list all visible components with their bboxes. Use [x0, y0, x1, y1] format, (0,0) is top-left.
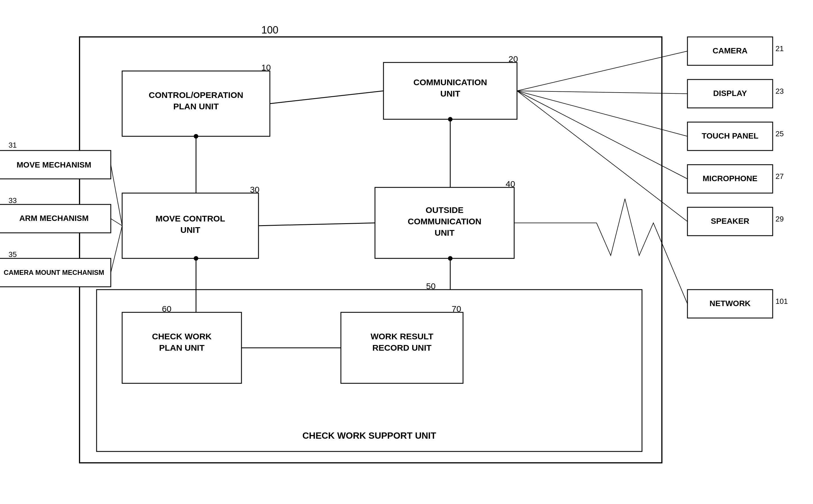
svg-text:MICROPHONE: MICROPHONE [703, 174, 758, 183]
svg-text:CAMERA MOUNT MECHANISM: CAMERA MOUNT MECHANISM [4, 269, 104, 276]
svg-text:21: 21 [776, 44, 784, 53]
svg-point-22 [194, 256, 198, 261]
svg-text:50: 50 [426, 281, 436, 291]
svg-text:27: 27 [776, 172, 784, 181]
svg-text:10: 10 [261, 63, 271, 72]
svg-text:100: 100 [261, 24, 278, 36]
svg-line-31 [111, 219, 122, 226]
svg-text:CONTROL/OPERATION: CONTROL/OPERATION [149, 90, 243, 100]
svg-text:PLAN UNIT: PLAN UNIT [159, 343, 204, 352]
svg-text:WORK RESULT: WORK RESULT [370, 332, 433, 341]
svg-text:MOVE MECHANISM: MOVE MECHANISM [17, 160, 91, 169]
svg-text:40: 40 [506, 179, 515, 189]
svg-point-27 [448, 256, 453, 261]
svg-text:UNIT: UNIT [440, 89, 460, 98]
svg-text:101: 101 [776, 297, 788, 306]
svg-text:25: 25 [776, 129, 784, 138]
svg-text:RECORD UNIT: RECORD UNIT [372, 343, 432, 352]
svg-text:TOUCH PANEL: TOUCH PANEL [702, 131, 758, 140]
svg-text:31: 31 [9, 141, 17, 149]
svg-text:OUTSIDE: OUTSIDE [426, 205, 463, 215]
svg-text:30: 30 [250, 185, 259, 194]
svg-text:UNIT: UNIT [435, 228, 455, 237]
svg-line-23 [270, 91, 383, 104]
svg-line-30 [111, 165, 122, 226]
svg-text:20: 20 [509, 54, 518, 64]
svg-point-21 [194, 134, 198, 139]
svg-text:CAMERA: CAMERA [713, 46, 748, 55]
svg-text:70: 70 [452, 304, 461, 313]
svg-text:DISPLAY: DISPLAY [713, 89, 747, 98]
svg-text:NETWORK: NETWORK [710, 299, 751, 308]
svg-text:SPEAKER: SPEAKER [711, 217, 749, 225]
diagram: 100 [0, 0, 813, 504]
svg-text:PLAN UNIT: PLAN UNIT [173, 102, 219, 111]
svg-text:23: 23 [776, 87, 784, 95]
svg-text:MOVE CONTROL: MOVE CONTROL [156, 214, 225, 223]
svg-text:33: 33 [9, 196, 17, 205]
diagram-svg: 100 [0, 0, 813, 504]
svg-text:ARM MECHANISM: ARM MECHANISM [19, 214, 89, 223]
svg-point-26 [448, 117, 453, 122]
svg-line-32 [111, 226, 122, 273]
svg-text:COMMUNICATION: COMMUNICATION [408, 217, 481, 226]
svg-text:COMMUNICATION: COMMUNICATION [413, 78, 487, 87]
svg-text:60: 60 [162, 304, 171, 313]
svg-text:29: 29 [776, 215, 784, 223]
svg-text:UNIT: UNIT [180, 225, 200, 235]
svg-text:CHECK WORK: CHECK WORK [152, 332, 212, 341]
svg-line-28 [258, 223, 375, 226]
svg-text:CHECK WORK SUPPORT UNIT: CHECK WORK SUPPORT UNIT [302, 430, 436, 441]
svg-text:35: 35 [9, 250, 17, 259]
